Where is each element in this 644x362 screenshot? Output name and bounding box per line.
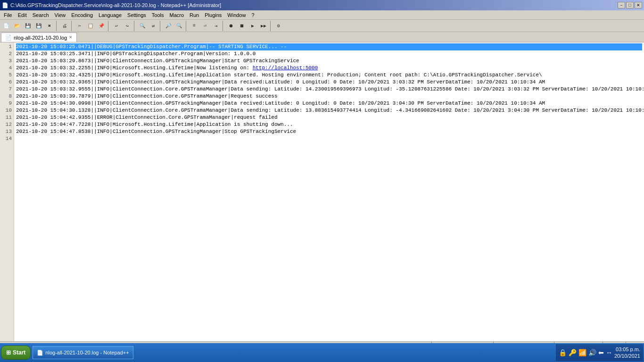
tab-icon: 📄 bbox=[5, 34, 12, 41]
title-bar-title: 📄 C:\Atio.GPSTrackingDispatcher.Service\… bbox=[2, 2, 221, 8]
maximize-button[interactable]: □ bbox=[626, 2, 634, 8]
zoom-out-button[interactable]: 🔍 bbox=[174, 21, 184, 31]
editor: 1234567891011121314 2021-10-20 15:03:25.… bbox=[0, 42, 644, 341]
code-line-5: 2021-10-20 15:03:32.4325||INFO|Microsoft… bbox=[16, 72, 642, 79]
menu-item-search[interactable]: Search bbox=[30, 10, 52, 19]
clock-date: 20/10/2021 bbox=[614, 353, 640, 359]
toolbar-sep-4 bbox=[134, 21, 136, 31]
macro-play-button[interactable]: ▶ bbox=[248, 21, 258, 31]
tray-icon-6: ↔ bbox=[606, 349, 612, 356]
system-tray: 🔒 🔑 📶 🔊 ⬅ ↔ 03:05 p.m. 20/10/2021 bbox=[556, 344, 643, 361]
menu-bar: FileEditSearchViewEncodingLanguageSettin… bbox=[0, 10, 644, 20]
app-icon: 📄 bbox=[2, 2, 8, 8]
minimize-button[interactable]: − bbox=[618, 2, 625, 8]
save-button[interactable]: 💾 bbox=[23, 21, 33, 31]
macro-rec-button[interactable]: ⏺ bbox=[226, 21, 236, 31]
sync-scroll-button[interactable]: ≡ bbox=[189, 21, 199, 31]
line-number-7: 7 bbox=[2, 86, 12, 93]
line-number-8: 8 bbox=[2, 93, 12, 100]
taskbar-icon: 📄 bbox=[37, 350, 43, 356]
clock-time: 03:05 p.m. bbox=[614, 346, 640, 353]
start-label: Start bbox=[13, 349, 25, 356]
line-number-13: 13 bbox=[2, 128, 12, 135]
line-number-14: 14 bbox=[2, 135, 12, 142]
menu-item-macro[interactable]: Macro bbox=[166, 10, 187, 19]
menu-item-view[interactable]: View bbox=[52, 10, 69, 19]
line-number-1: 1 bbox=[2, 43, 12, 50]
menu-item-run[interactable]: Run bbox=[187, 10, 202, 19]
code-line-3: 2021-10-20 15:03:29.8673||INFO|ClientCon… bbox=[16, 58, 642, 65]
tray-icon-3: 📶 bbox=[578, 349, 586, 356]
line-number-9: 9 bbox=[2, 100, 12, 107]
code-area[interactable]: 2021-10-20 15:03:25.0471||DEBUG|GPSTrack… bbox=[14, 42, 644, 341]
menu-item-edit[interactable]: Edit bbox=[15, 10, 30, 19]
find-button[interactable]: 🔍 bbox=[137, 21, 148, 31]
toolbar-sep-3 bbox=[108, 21, 110, 31]
menu-item-settings[interactable]: Settings bbox=[124, 10, 149, 19]
code-line-13: 2021-10-20 15:04:47.8538||INFO|ClientCon… bbox=[16, 128, 642, 135]
toolbar-sep-6 bbox=[186, 21, 188, 31]
taskbar-item-label: nlog-all-2021-10-20.log - Notepad++ bbox=[45, 350, 129, 355]
paste-button[interactable]: 📌 bbox=[96, 21, 107, 31]
code-line-11: 2021-10-20 15:04:42.9355||ERROR|ClientCo… bbox=[16, 114, 642, 121]
code-line-6: 2021-10-20 15:03:32.9365||INFO|ClientCon… bbox=[16, 79, 642, 86]
open-button[interactable]: 📂 bbox=[12, 21, 22, 31]
code-line-10: 2021-10-20 15:04:30.1328||INFO|ClientCon… bbox=[16, 107, 642, 114]
tab-label: nlog-all-2021-10-20.log bbox=[14, 35, 67, 41]
macro-stop-button[interactable]: ⏹ bbox=[237, 21, 247, 31]
menu-item-plugins[interactable]: Plugins bbox=[202, 10, 224, 19]
menu-item-language[interactable]: Language bbox=[96, 10, 124, 19]
tray-icon-1: 🔒 bbox=[559, 349, 567, 356]
windows-logo: ⊞ bbox=[6, 349, 11, 356]
tab-close-button[interactable]: ✕ bbox=[69, 35, 73, 40]
code-line-9: 2021-10-20 15:04:30.0998||INFO|ClientCon… bbox=[16, 100, 642, 107]
tray-icon-2: 🔑 bbox=[569, 349, 577, 356]
taskbar-items: 📄 nlog-all-2021-10-20.log - Notepad++ bbox=[31, 346, 556, 359]
start-button[interactable]: ⊞ Start bbox=[1, 346, 31, 360]
wrap-button[interactable]: ⏎ bbox=[200, 21, 210, 31]
line-number-3: 3 bbox=[2, 58, 12, 65]
settings-button[interactable]: ⚙ bbox=[273, 21, 284, 31]
replace-button[interactable]: ⇄ bbox=[148, 21, 158, 31]
title-bar: 📄 C:\Atio.GPSTrackingDispatcher.Service\… bbox=[0, 0, 644, 10]
code-line-1: 2021-10-20 15:03:25.0471||DEBUG|GPSTrack… bbox=[16, 43, 642, 50]
menu-item-encoding[interactable]: Encoding bbox=[68, 10, 96, 19]
zoom-in-button[interactable]: 🔎 bbox=[163, 21, 173, 31]
code-line-12: 2021-10-20 15:04:47.7228||INFO|Microsoft… bbox=[16, 121, 642, 128]
taskbar-notepad-item[interactable]: 📄 nlog-all-2021-10-20.log - Notepad++ bbox=[33, 346, 133, 359]
close-button[interactable]: ✕ bbox=[635, 2, 642, 8]
tray-icon-4: 🔊 bbox=[588, 349, 596, 356]
system-clock[interactable]: 03:05 p.m. 20/10/2021 bbox=[614, 346, 640, 360]
active-tab[interactable]: 📄 nlog-all-2021-10-20.log ✕ bbox=[1, 33, 77, 42]
code-line-4: 2021-10-20 15:03:32.2255||INFO|Microsoft… bbox=[16, 65, 642, 72]
line-number-2: 2 bbox=[2, 50, 12, 58]
print-button[interactable]: 🖨 bbox=[59, 21, 70, 31]
menu-item-?[interactable]: ? bbox=[248, 10, 257, 19]
toolbar-sep-8 bbox=[270, 21, 272, 31]
new-button[interactable]: 📄 bbox=[1, 21, 11, 31]
undo-button[interactable]: ↩ bbox=[111, 21, 122, 31]
toolbar-sep-5 bbox=[160, 21, 162, 31]
link-localhost[interactable]: http://localhost:5000 bbox=[253, 65, 318, 71]
macro-run-button[interactable]: ▶▶ bbox=[258, 21, 269, 31]
toolbar: 📄 📂 💾 💾 ✖ 🖨 ✂ 📋 📌 ↩ ↪ 🔍 ⇄ 🔎 🔍 ≡ ⏎ ⇥ ⏺ ⏹ … bbox=[0, 20, 644, 32]
window-title: C:\Atio.GPSTrackingDispatcher.Service\nl… bbox=[10, 2, 221, 8]
tray-icon-5: ⬅ bbox=[598, 349, 604, 356]
line-number-5: 5 bbox=[2, 72, 12, 79]
menu-item-window[interactable]: Window bbox=[224, 10, 248, 19]
title-bar-controls: − □ ✕ bbox=[618, 2, 642, 8]
indent-button[interactable]: ⇥ bbox=[211, 21, 221, 31]
code-line-8: 2021-10-20 15:03:39.7879||INFO|ClientCon… bbox=[16, 93, 642, 100]
copy-button[interactable]: 📋 bbox=[85, 21, 96, 31]
toolbar-sep-1 bbox=[56, 21, 58, 31]
toolbar-sep-2 bbox=[71, 21, 73, 31]
line-number-10: 10 bbox=[2, 107, 12, 114]
menu-item-file[interactable]: File bbox=[1, 10, 15, 19]
save-all-button[interactable]: 💾 bbox=[33, 21, 44, 31]
menu-item-tools[interactable]: Tools bbox=[149, 10, 167, 19]
close-file-button[interactable]: ✖ bbox=[44, 21, 55, 31]
line-number-12: 12 bbox=[2, 121, 12, 128]
redo-button[interactable]: ↪ bbox=[122, 21, 132, 31]
cut-button[interactable]: ✂ bbox=[74, 21, 85, 31]
tab-bar: 📄 nlog-all-2021-10-20.log ✕ bbox=[0, 32, 644, 42]
